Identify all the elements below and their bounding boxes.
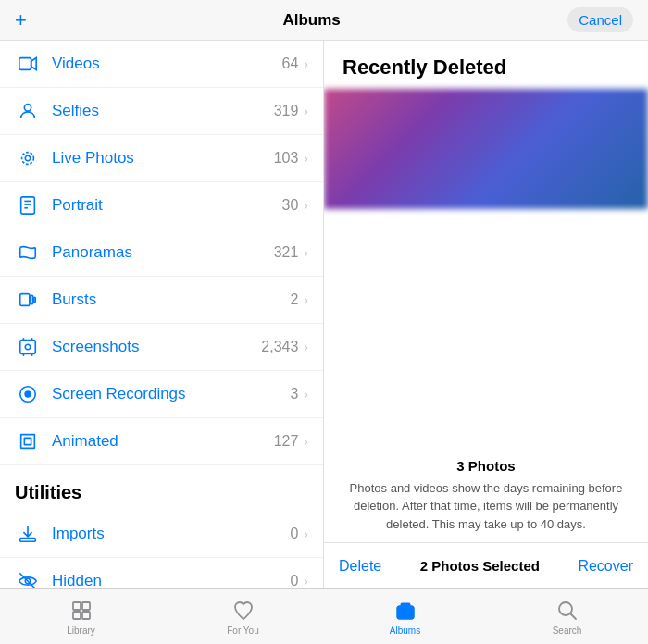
chevron-icon-screen-recordings: › [304,387,308,402]
screen-recording-icon [15,381,41,407]
svg-rect-23 [73,602,81,610]
list-item-panoramas[interactable]: Panoramas 321 › [0,229,323,277]
for-you-icon [231,599,255,623]
list-item-screenshots[interactable]: Screenshots 2,343 › [0,324,323,371]
item-count-videos: 64 [282,56,299,72]
svg-line-31 [570,613,576,619]
list-item-portrait[interactable]: Portrait 30 › [0,182,323,229]
chevron-icon-imports: › [304,526,308,541]
tab-search[interactable]: Search [486,599,648,636]
item-count-live-photos: 103 [274,150,299,167]
tab-albums-label: Albums [390,625,420,636]
imports-icon [15,521,41,547]
tab-library-label: Library [67,625,95,636]
tab-search-label: Search [553,625,582,636]
svg-rect-13 [33,297,35,303]
chevron-icon-videos: › [304,56,308,71]
list-item-live-photos[interactable]: Live Photos 103 › [0,135,323,182]
delete-button[interactable]: Delete [339,558,381,575]
item-label-selfies: Selfies [52,102,274,120]
svg-rect-0 [19,58,31,70]
svg-rect-12 [31,295,33,303]
svg-point-2 [24,105,31,111]
animated-icon [15,428,41,454]
recover-button[interactable]: Recover [578,558,633,575]
info-box: 3 Photos Photos and videos show the days… [324,443,648,543]
portrait-icon [15,192,41,218]
info-box-title: 3 Photos [343,458,629,474]
svg-rect-11 [20,294,30,306]
utilities-section-header: Utilities [0,465,323,511]
list-item-videos[interactable]: Videos 64 › [0,41,323,88]
list-item-bursts[interactable]: Bursts 2 › [0,277,323,324]
item-label-screenshots: Screenshots [52,338,261,356]
tab-library[interactable]: Library [0,599,162,636]
video-icon [15,51,41,77]
item-label-hidden: Hidden [52,572,290,588]
item-label-screen-recordings: Screen Recordings [52,385,290,403]
list-item-screen-recordings[interactable]: Screen Recordings 3 › [0,371,323,418]
list-item-hidden[interactable]: Hidden 0 › [0,558,323,588]
item-label-bursts: Bursts [52,291,290,309]
selected-label: 2 Photos Selected [420,558,540,574]
tab-for-you-label: For You [227,625,258,636]
svg-marker-18 [21,435,35,449]
item-count-portrait: 30 [282,197,299,214]
header: + Albums Cancel [0,0,648,41]
albums-icon [393,599,417,623]
chevron-icon-bursts: › [304,292,308,307]
selfie-icon [15,98,41,124]
tab-for-you[interactable]: For You [162,599,324,636]
chevron-icon-hidden: › [304,574,308,588]
svg-rect-24 [82,602,90,610]
svg-point-17 [24,390,31,397]
list-item-animated[interactable]: Animated 127 › [0,418,323,465]
svg-line-22 [20,574,36,588]
item-label-live-photos: Live Photos [52,149,274,167]
item-label-videos: Videos [52,55,282,73]
panorama-icon [15,240,41,266]
live-icon [15,145,41,171]
hidden-icon [15,568,41,588]
item-count-imports: 0 [290,526,298,542]
left-panel: Videos 64 › Selfies 319 › Live Photos 10… [0,41,324,588]
svg-rect-5 [21,197,35,214]
item-label-imports: Imports [52,525,290,543]
item-count-hidden: 0 [290,573,298,588]
library-icon [69,599,93,623]
svg-point-3 [25,155,31,161]
burst-icon [15,287,41,313]
item-count-selfies: 319 [274,103,299,119]
svg-marker-1 [31,58,36,70]
item-count-screen-recordings: 3 [290,386,298,402]
list-item-selfies[interactable]: Selfies 319 › [0,88,323,135]
tab-bar: Library For You Albums Search [0,588,648,644]
tab-albums[interactable]: Albums [324,599,486,636]
thumbnail-area [324,89,648,209]
svg-rect-29 [397,606,414,619]
info-box-text: Photos and videos show the days remainin… [343,479,629,534]
add-button[interactable]: + [15,8,56,32]
list-item-imports[interactable]: Imports 0 › [0,511,323,558]
chevron-icon-panoramas: › [304,245,308,260]
search-icon [555,599,579,623]
cancel-button[interactable]: Cancel [567,7,633,32]
right-panel: Recently Deleted 3 Photos Photos and vid… [324,41,648,588]
main-content: Videos 64 › Selfies 319 › Live Photos 10… [0,41,648,588]
svg-point-4 [22,153,34,165]
item-label-panoramas: Panoramas [52,243,274,262]
screenshot-icon [15,334,41,360]
item-count-screenshots: 2,343 [261,339,298,355]
item-count-bursts: 2 [290,291,298,308]
chevron-icon-portrait: › [304,198,308,213]
action-bar: Delete 2 Photos Selected Recover [324,542,648,588]
item-label-animated: Animated [52,432,274,451]
right-panel-title: Recently Deleted [324,41,648,89]
svg-rect-25 [73,612,81,619]
svg-rect-14 [20,341,36,354]
chevron-icon-screenshots: › [304,340,308,354]
chevron-icon-live-photos: › [304,151,308,166]
svg-rect-26 [82,612,90,619]
svg-marker-19 [24,438,31,444]
item-count-panoramas: 321 [274,244,299,261]
